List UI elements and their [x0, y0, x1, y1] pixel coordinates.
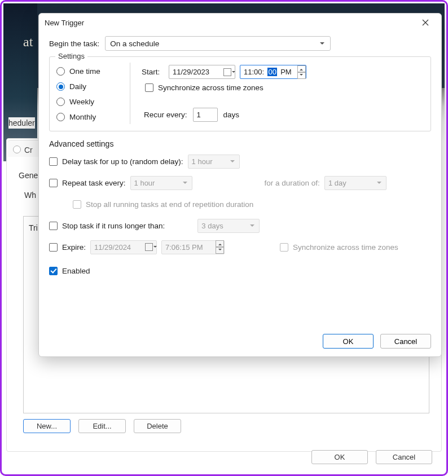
time-spinner[interactable]	[297, 65, 306, 79]
bg-cancel-button[interactable]: Cancel	[376, 450, 432, 464]
begin-task-dropdown[interactable]: On a schedule	[105, 36, 331, 51]
radio-weekly-label: Weekly	[69, 98, 94, 106]
sync-tz-checkbox[interactable]	[145, 83, 153, 92]
expire-checkbox[interactable]	[49, 243, 58, 252]
start-time-ampm: PM	[280, 68, 292, 76]
bg-ok-button[interactable]: OK	[311, 450, 368, 464]
radio-weekly[interactable]: Weekly	[56, 98, 118, 106]
duration-label: for a duration of:	[265, 179, 320, 187]
start-date-value: 11/29/2023	[173, 68, 209, 76]
settings-legend: Settings	[55, 52, 87, 60]
start-time-seconds-selected: 00	[267, 68, 276, 76]
bg-at-text: at	[23, 34, 33, 50]
settings-group: Settings One time Daily Week	[49, 56, 431, 131]
expire-time-field[interactable]: 7:06:15 PM	[161, 240, 225, 254]
radio-onetime-label: One time	[69, 67, 100, 76]
stop-longer-dropdown[interactable]: 3 days	[197, 219, 260, 233]
expire-date-field[interactable]: 11/29/2024	[90, 240, 157, 254]
expire-time-value: 7:06:15 PM	[165, 243, 203, 252]
bg-delete-button[interactable]: Delete	[134, 419, 181, 433]
ok-button[interactable]: OK	[323, 334, 374, 349]
radio-onetime[interactable]: One time	[56, 67, 118, 76]
advanced-settings-heading: Advanced settings	[49, 139, 431, 148]
sync-tz-label: Synchronize across time zones	[158, 83, 263, 92]
radio-icon	[56, 113, 65, 121]
close-button[interactable]	[415, 15, 436, 30]
begin-task-value: On a schedule	[110, 39, 159, 48]
duration-value: 1 day	[328, 179, 346, 187]
radio-daily[interactable]: Daily	[56, 82, 118, 91]
calendar-icon	[223, 68, 231, 76]
close-icon	[422, 19, 429, 26]
radio-icon	[56, 82, 65, 91]
stop-longer-value: 3 days	[201, 222, 223, 230]
delay-value: 1 hour	[192, 157, 213, 166]
repeat-label: Repeat task every:	[62, 179, 126, 187]
radio-icon	[56, 98, 65, 106]
radio-daily-label: Daily	[69, 82, 86, 91]
repeat-dropdown[interactable]: 1 hour	[130, 176, 192, 190]
expire-date-value: 11/29/2024	[94, 243, 131, 252]
bg-tri-label: Tri	[29, 223, 38, 232]
begin-task-label: Begin the task:	[49, 39, 99, 48]
bg-scheduler-text: heduler	[8, 117, 35, 129]
radio-monthly-label: Monthly	[69, 113, 96, 121]
expire-sync-checkbox	[280, 243, 288, 252]
clock-icon	[13, 146, 21, 153]
divider	[130, 63, 130, 124]
delay-label: Delay task for up to (random delay):	[62, 157, 183, 166]
bg-general-tab: Gene	[19, 171, 38, 180]
start-label: Start:	[142, 68, 164, 76]
repeat-value: 1 hour	[134, 179, 155, 187]
recur-unit: days	[223, 111, 240, 119]
recur-value: 1	[197, 111, 201, 119]
bg-dark-panel	[3, 3, 37, 161]
time-spinner[interactable]	[216, 240, 224, 254]
bg-cr-label: Cr	[24, 146, 33, 155]
delay-dropdown[interactable]: 1 hour	[188, 155, 240, 169]
enabled-label: Enabled	[62, 267, 90, 275]
recur-label: Recur every:	[144, 111, 187, 119]
start-time-hours: 11:00:	[244, 68, 264, 76]
expire-sync-label: Synchronize across time zones	[293, 243, 398, 252]
titlebar: New Trigger	[39, 14, 441, 32]
radio-icon	[56, 67, 65, 76]
repeat-checkbox[interactable]	[49, 179, 58, 187]
duration-dropdown[interactable]: 1 day	[324, 176, 386, 190]
start-date-field[interactable]: 11/29/2023	[169, 65, 235, 79]
dialog-title: New Trigger	[45, 19, 84, 27]
enabled-checkbox[interactable]	[49, 267, 58, 275]
expire-label: Expire:	[62, 243, 86, 252]
stop-longer-checkbox[interactable]	[49, 222, 58, 230]
stop-longer-label: Stop task if it runs longer than:	[62, 222, 165, 230]
delay-checkbox[interactable]	[49, 157, 58, 166]
stop-all-checkbox	[73, 200, 81, 209]
bg-when-label: Wh	[24, 191, 36, 200]
recur-value-field[interactable]: 1	[193, 108, 218, 122]
bg-edit-button[interactable]: Edit...	[78, 419, 126, 433]
start-time-field[interactable]: 11:00:00 PM	[240, 65, 306, 79]
stop-all-label: Stop all running tasks at end of repetit…	[86, 200, 253, 209]
new-trigger-dialog: New Trigger Begin the task: On a schedul…	[38, 13, 442, 357]
cancel-button[interactable]: Cancel	[380, 334, 431, 349]
radio-monthly[interactable]: Monthly	[56, 113, 118, 121]
bg-new-button[interactable]: New...	[23, 419, 71, 433]
calendar-icon	[145, 243, 153, 251]
